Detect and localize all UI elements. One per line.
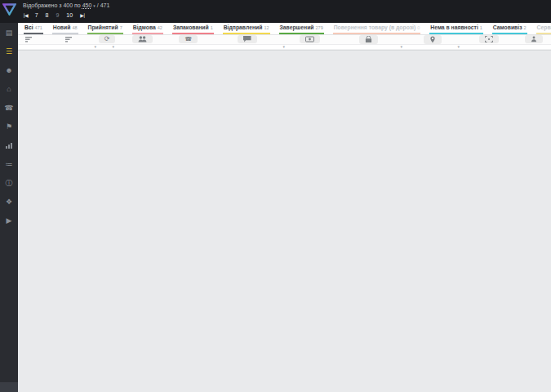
tab-Всі[interactable]: Всі471	[24, 24, 43, 34]
status-tab-bar: Всі471Новий48Прийнятий7Відмова42Запакова…	[18, 23, 551, 35]
settings-icon[interactable]: ≔	[2, 159, 16, 169]
info-icon[interactable]: ⓘ	[2, 178, 16, 188]
products-icon[interactable]	[332, 35, 404, 44]
dashboard-icon[interactable]: ▤	[2, 28, 16, 38]
pagination: ∣◀ 7 8 9 10 ▶∣	[23, 12, 85, 18]
tab-Відправлений[interactable]: Відправлений12	[223, 24, 270, 34]
records-range-prefix: Відображено з 400 по	[23, 2, 81, 8]
tab-Самовивіз[interactable]: Самовивіз2	[492, 24, 527, 34]
refresh-icon[interactable]: ⟳	[98, 35, 116, 44]
orders-icon[interactable]: ☰	[2, 47, 16, 56]
page-button-10[interactable]: 10	[66, 12, 73, 18]
client-type-icon[interactable]	[516, 35, 551, 44]
telephony-icon[interactable]: ☎	[2, 103, 16, 113]
sidebar-footer[interactable]	[0, 382, 18, 392]
records-range-selector[interactable]: Відображено з 400 по 450 ▾ / 471	[23, 2, 109, 8]
records-range-to: 450	[82, 2, 92, 8]
marketing-icon[interactable]: ⚑	[2, 122, 16, 131]
filter-status-icon[interactable]	[39, 35, 98, 44]
records-total: / 471	[97, 2, 110, 8]
filter-id-icon[interactable]	[18, 35, 39, 44]
tab-Повернення товару (в дорозі)[interactable]: Повернення товару (в дорозі)0	[333, 24, 421, 34]
tab-Прийнятий[interactable]: Прийнятий7	[87, 24, 123, 34]
tab-Відмова[interactable]: Відмова42	[132, 24, 163, 34]
tab-Новий[interactable]: Новий48	[52, 24, 78, 34]
comment-filter-arrow[interactable]: ▾	[208, 45, 287, 49]
reports-icon[interactable]	[2, 140, 16, 150]
tutorials-icon[interactable]: ▶	[2, 216, 16, 225]
page-button-8[interactable]: 8	[46, 12, 49, 18]
page-button-7[interactable]: 7	[35, 12, 38, 18]
first-page-button[interactable]: ∣◀	[23, 12, 28, 18]
sidebar: ▤ ☰ ☻ ⌂ ☎ ⚑ ≔ ⓘ ❖ ▶	[0, 23, 18, 392]
country-filter-arrow[interactable]: ▾	[98, 45, 116, 49]
tab-Нема в наявності[interactable]: Нема в наявності1	[429, 24, 483, 34]
status-filter-arrow[interactable]: ▾	[39, 45, 98, 49]
customers-icon[interactable]	[116, 35, 168, 44]
integrations-icon[interactable]: ❖	[2, 197, 16, 207]
bottom-strip	[18, 50, 551, 392]
last-page-button[interactable]: ▶∣	[80, 12, 85, 18]
tab-Сервіси[interactable]: Сервіси0	[536, 24, 551, 34]
delivery-location-icon[interactable]	[404, 35, 461, 44]
page-button-9[interactable]: 9	[56, 12, 59, 18]
tab-Завершений[interactable]: Завершений279	[279, 24, 324, 34]
tab-Запакований[interactable]: Запакований1	[172, 24, 214, 34]
product-filter-arrow[interactable]: ▾	[332, 45, 404, 49]
chevron-down-icon: ▾	[93, 3, 96, 8]
clients-icon[interactable]: ☻	[2, 65, 16, 75]
payment-icon[interactable]	[287, 35, 332, 44]
app-logo-icon	[2, 3, 16, 16]
phone-icon[interactable]: ☎	[168, 35, 208, 44]
warehouse-icon[interactable]: ⌂	[2, 84, 16, 94]
tracking-scan-icon[interactable]	[461, 35, 516, 44]
comments-icon[interactable]	[208, 35, 287, 44]
city-filter-arrow[interactable]: ▾	[412, 45, 461, 49]
top-bar: Відображено з 400 по 450 ▾ / 471 ∣◀ 7 8 …	[0, 0, 551, 23]
